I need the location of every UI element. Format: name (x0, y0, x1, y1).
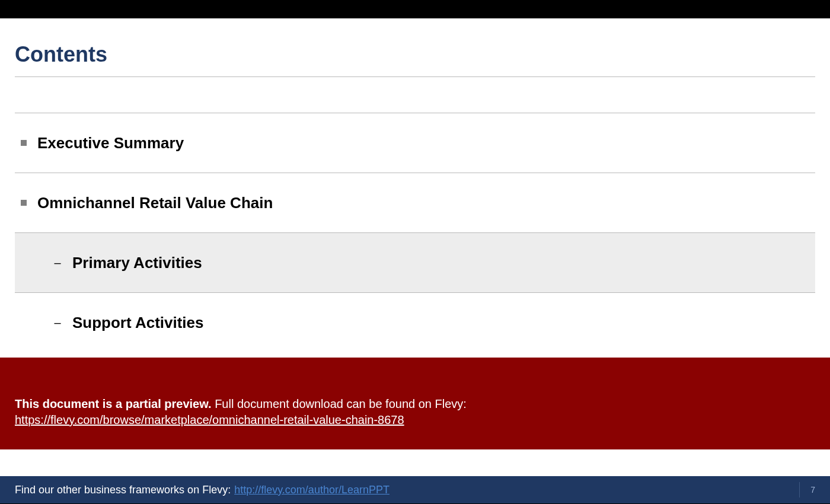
item-label: Omnichannel Retail Value Chain (37, 194, 273, 212)
item-label: Executive Summary (37, 134, 184, 152)
list-item-highlighted: – Primary Activities (15, 233, 815, 292)
footer-right: 7 (799, 482, 815, 497)
footer-link[interactable]: http://flevy.com/author/LearnPPT (234, 484, 390, 496)
page-title: Contents (15, 42, 815, 67)
dash-bullet-icon: – (53, 256, 62, 270)
dash-bullet-icon: – (53, 316, 62, 330)
item-label: Primary Activities (72, 254, 202, 272)
preview-banner: This document is a partial preview. Full… (0, 358, 830, 449)
footer-text: Find our other business frameworks on Fl… (15, 484, 231, 496)
top-black-bar (0, 0, 830, 18)
preview-text-line: This document is a partial preview. Full… (15, 396, 815, 412)
page-number: 7 (810, 485, 815, 495)
list-item: Omnichannel Retail Value Chain (15, 173, 815, 232)
preview-link-line[interactable]: https://flevy.com/browse/marketplace/omn… (15, 412, 815, 428)
spacer-row (15, 77, 815, 113)
footer-divider-icon (799, 482, 800, 497)
preview-url-link[interactable]: https://flevy.com/browse/marketplace/omn… (15, 413, 404, 426)
list-item: Executive Summary (15, 113, 815, 173)
slide-area: Contents Executive Summary Omnichannel R… (0, 18, 830, 352)
square-bullet-icon (21, 200, 27, 206)
preview-rest: Full document download can be found on F… (212, 397, 467, 410)
item-label: Support Activities (72, 314, 204, 332)
preview-bold: This document is a partial preview. (15, 397, 212, 410)
footer-bar: Find our other business frameworks on Fl… (0, 476, 830, 503)
list-item: – Support Activities (15, 293, 815, 352)
title-region: Contents (0, 18, 830, 77)
contents-list: Executive Summary Omnichannel Retail Val… (0, 77, 830, 352)
square-bullet-icon (21, 140, 27, 146)
